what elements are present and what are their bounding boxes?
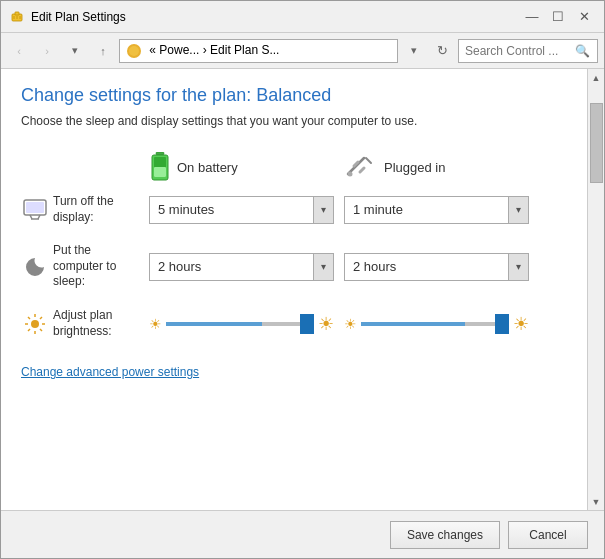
footer: Save changes Cancel [1, 510, 604, 558]
dropdown-arrow-icon: ▾ [313, 197, 333, 223]
sun-small-icon-battery: ☀ [149, 316, 162, 332]
slider-track-plugged [361, 322, 509, 326]
svg-point-21 [31, 320, 39, 328]
sun-small-icon-plugged: ☀ [344, 316, 357, 332]
display-label: Turn off the display: [49, 194, 149, 225]
svg-line-15 [366, 158, 371, 163]
window: Edit Plan Settings — ☐ ✕ ‹ › ▾ ↑ « Powe.… [0, 0, 605, 559]
save-button[interactable]: Save changes [390, 521, 500, 549]
display-battery-dropdown[interactable]: 5 minutes ▾ [149, 196, 334, 224]
search-button[interactable]: 🔍 [574, 41, 591, 61]
svg-line-26 [28, 317, 30, 319]
svg-point-14 [348, 172, 353, 177]
slider-thumb-battery[interactable] [300, 314, 314, 334]
svg-line-29 [28, 329, 30, 331]
advanced-link[interactable]: Change advanced power settings [21, 365, 199, 379]
sleep-label: Put the computer to sleep: [49, 243, 149, 290]
slider-track-battery [166, 322, 314, 326]
up-button[interactable]: ↑ [91, 39, 115, 63]
page-title: Change settings for the plan: Balanced [21, 85, 567, 106]
maximize-button[interactable]: ☐ [546, 6, 570, 28]
window-icon [9, 9, 25, 25]
svg-rect-20 [26, 202, 44, 213]
dropdown-arrow-icon: ▾ [508, 197, 528, 223]
search-box: 🔍 [458, 39, 598, 63]
sleep-controls: 2 hours ▾ 2 hours ▾ [149, 253, 529, 281]
dropdown-arrow-icon: ▾ [508, 254, 528, 280]
display-controls: 5 minutes ▾ 1 minute ▾ [149, 196, 529, 224]
window-controls: — ☐ ✕ [520, 6, 596, 28]
dropdown-arrow-icon: ▾ [313, 254, 333, 280]
content-area: Change settings for the plan: Balanced C… [1, 69, 604, 510]
sleep-icon [21, 253, 49, 281]
sun-large-icon-plugged: ☀ [513, 313, 529, 335]
scroll-up-button[interactable]: ▲ [588, 69, 605, 86]
main-pane: Change settings for the plan: Balanced C… [1, 69, 587, 510]
minimize-button[interactable]: — [520, 6, 544, 28]
svg-line-27 [40, 329, 42, 331]
close-button[interactable]: ✕ [572, 6, 596, 28]
window-title: Edit Plan Settings [31, 10, 520, 24]
brightness-icon [21, 310, 49, 338]
cancel-button[interactable]: Cancel [508, 521, 588, 549]
on-battery-header: On battery [151, 152, 336, 182]
display-plugged-dropdown[interactable]: 1 minute ▾ [344, 196, 529, 224]
page-subtitle: Choose the sleep and display settings th… [21, 114, 567, 128]
address-bar: ‹ › ▾ ↑ « Powe... › Edit Plan S... ▾ ↻ 🔍 [1, 33, 604, 69]
address-path-text: « Powe... › Edit Plan S... [126, 43, 279, 59]
column-headers: On battery Plugged in [151, 152, 567, 182]
plugged-in-header: Plugged in [346, 152, 531, 182]
svg-line-28 [40, 317, 42, 319]
plugged-brightness-slider[interactable]: ☀ ☀ [344, 313, 529, 335]
recent-button[interactable]: ▾ [63, 39, 87, 63]
svg-point-6 [129, 46, 139, 56]
display-row: Turn off the display: 5 minutes ▾ 1 minu… [21, 194, 567, 225]
sleep-row: Put the computer to sleep: 2 hours ▾ 2 h… [21, 243, 567, 290]
battery-icon [151, 152, 169, 182]
plugged-icon [346, 156, 376, 178]
advanced-link-container: Change advanced power settings [21, 357, 567, 379]
scroll-down-button[interactable]: ▼ [588, 493, 605, 510]
dropdown-path-button[interactable]: ▾ [402, 39, 426, 63]
scrollbar-thumb[interactable] [590, 103, 603, 183]
slider-filled-battery [166, 322, 262, 326]
brightness-row: Adjust plan brightness: ☀ ☀ ☀ [21, 308, 567, 339]
refresh-button[interactable]: ↻ [430, 39, 454, 63]
brightness-label: Adjust plan brightness: [49, 308, 149, 339]
slider-filled-plugged [361, 322, 465, 326]
svg-line-13 [360, 168, 364, 172]
title-bar: Edit Plan Settings — ☐ ✕ [1, 1, 604, 33]
back-button[interactable]: ‹ [7, 39, 31, 63]
scrollbar: ▲ ▼ [587, 69, 604, 510]
slider-thumb-plugged[interactable] [495, 314, 509, 334]
search-input[interactable] [465, 44, 574, 58]
svg-rect-10 [154, 167, 166, 177]
battery-brightness-slider[interactable]: ☀ ☀ [149, 313, 334, 335]
address-path[interactable]: « Powe... › Edit Plan S... [119, 39, 398, 63]
svg-rect-1 [15, 12, 19, 15]
sleep-battery-dropdown[interactable]: 2 hours ▾ [149, 253, 334, 281]
brightness-controls: ☀ ☀ ☀ ☀ [149, 313, 529, 335]
display-icon [21, 196, 49, 224]
sun-large-icon-battery: ☀ [318, 313, 334, 335]
forward-button[interactable]: › [35, 39, 59, 63]
sleep-plugged-dropdown[interactable]: 2 hours ▾ [344, 253, 529, 281]
